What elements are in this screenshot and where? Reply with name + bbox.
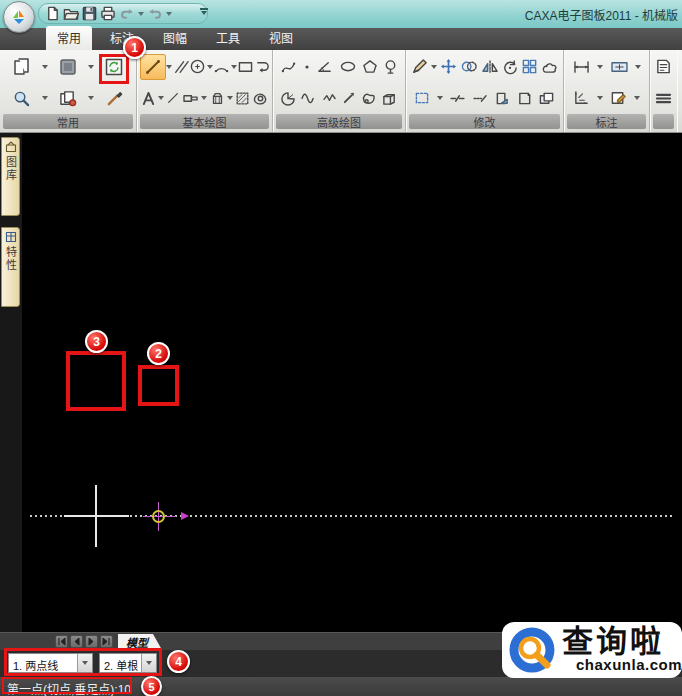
stamp-dropdown-icon[interactable] xyxy=(88,96,94,100)
point-tool-icon[interactable] xyxy=(303,63,311,71)
wave-curve-icon[interactable] xyxy=(300,92,317,104)
undo-dropdown-icon[interactable] xyxy=(138,12,144,16)
annotation-badge-3: 3 xyxy=(85,330,108,353)
zoom-dropdown-icon[interactable] xyxy=(42,96,48,100)
prev-sheet-button[interactable] xyxy=(70,635,83,648)
select-rect-icon[interactable] xyxy=(414,91,430,105)
annotation-box-2 xyxy=(138,365,179,406)
parallel-lines-icon[interactable] xyxy=(173,59,189,75)
application-menu-button[interactable] xyxy=(3,1,35,33)
paste-dropdown-icon[interactable] xyxy=(42,65,48,69)
move-tool-icon[interactable] xyxy=(440,58,457,75)
sidebar-tab-properties-label: 特性 xyxy=(3,246,19,272)
gear-dropdown-icon[interactable] xyxy=(227,96,233,100)
undo-icon[interactable] xyxy=(119,7,135,21)
contour-tool-icon[interactable] xyxy=(361,91,377,105)
rectangle-tool-icon[interactable] xyxy=(237,60,254,74)
print-icon[interactable] xyxy=(100,6,116,21)
coordinate-dim-icon[interactable] xyxy=(573,90,590,106)
circle-dropdown-icon[interactable] xyxy=(207,65,213,69)
direction-arrow-icon xyxy=(181,512,189,520)
annotation-badge-5: 5 xyxy=(141,676,162,696)
line-tool-button[interactable] xyxy=(140,54,166,80)
watermark-name: 查询啦 xyxy=(562,627,682,657)
extend-tool-icon[interactable] xyxy=(472,93,489,104)
last-sheet-button[interactable] xyxy=(100,635,113,648)
chamfer-doc-icon[interactable] xyxy=(517,91,532,106)
arc-dropdown-icon[interactable] xyxy=(231,65,237,69)
open-folder-icon[interactable] xyxy=(63,6,79,21)
copy-block-icon[interactable] xyxy=(58,57,78,77)
erase-dropdown-icon[interactable] xyxy=(431,65,437,69)
dim-edit-icon[interactable] xyxy=(610,90,627,106)
watermark: 查询啦 chaxunla.com xyxy=(502,622,682,678)
ribbon-group-dimension: 标注 xyxy=(564,50,650,132)
erase-pencil-icon[interactable] xyxy=(411,58,428,75)
rotate-tool-icon[interactable] xyxy=(502,59,518,75)
axle-dropdown-icon[interactable] xyxy=(201,96,207,100)
axle-tool-icon[interactable] xyxy=(182,92,199,105)
region-tool-icon[interactable] xyxy=(252,91,268,105)
dim-edit-dropdown-icon[interactable] xyxy=(634,96,640,100)
spline-tool-icon[interactable] xyxy=(280,59,298,75)
arrow-tool-icon[interactable] xyxy=(342,91,356,105)
sector-tool-icon[interactable] xyxy=(280,91,296,106)
linear-dim-icon[interactable] xyxy=(572,60,591,74)
next-sheet-button[interactable] xyxy=(85,635,98,648)
array-tool-icon[interactable] xyxy=(521,58,538,75)
coordinate-dim-dropdown-icon[interactable] xyxy=(597,96,603,100)
line-style-icon[interactable] xyxy=(655,92,672,105)
qat-customize-icon[interactable] xyxy=(200,8,208,15)
line-dropdown-icon[interactable] xyxy=(166,65,172,69)
formula-curve-icon[interactable] xyxy=(322,92,338,104)
ribbon-group-partial xyxy=(650,50,677,132)
chaxunla-logo-icon xyxy=(508,625,558,675)
copy-dropdown-icon[interactable] xyxy=(88,65,94,69)
save-icon[interactable] xyxy=(82,6,97,21)
fillet-doc-icon[interactable] xyxy=(495,91,510,106)
polygon-tool-icon[interactable] xyxy=(362,59,378,74)
polyline-hook-icon[interactable] xyxy=(255,59,270,74)
arc-tool-icon[interactable] xyxy=(213,59,230,74)
angle-line-icon[interactable] xyxy=(316,59,333,74)
tab-shitu[interactable]: 视图 xyxy=(258,26,304,50)
annotation-box-4 xyxy=(4,648,162,676)
copy-object-icon[interactable] xyxy=(460,59,478,74)
mirror-tool-icon[interactable] xyxy=(481,59,499,74)
text-tool-icon[interactable] xyxy=(141,91,156,106)
annotation-badge-2: 2 xyxy=(147,342,170,365)
redo-icon[interactable] xyxy=(147,7,163,21)
tolerance-dim-icon[interactable] xyxy=(610,60,629,74)
trim-tool-icon[interactable] xyxy=(449,93,466,104)
ribbon-tab-bar: 常用 标注 图幅 工具 视图 xyxy=(0,28,682,50)
annotation-box-1 xyxy=(99,54,129,84)
tab-changyong[interactable]: 常用 xyxy=(46,26,92,50)
block-tool-icon[interactable] xyxy=(381,91,398,106)
hatch-tool-icon[interactable] xyxy=(235,91,250,106)
thin-line-icon[interactable] xyxy=(166,91,180,105)
sidebar-tab-properties[interactable]: 特性 xyxy=(1,227,20,307)
drawing-canvas[interactable]: 图库 特性 3 2 xyxy=(0,133,682,632)
stamp-sheets-icon[interactable] xyxy=(59,90,77,107)
first-sheet-button[interactable] xyxy=(55,635,68,648)
linear-dim-dropdown-icon[interactable] xyxy=(597,65,603,69)
gear-tool-icon[interactable] xyxy=(210,91,225,106)
paste-icon[interactable] xyxy=(12,57,32,77)
tab-gongju[interactable]: 工具 xyxy=(205,26,251,50)
sidebar-tab-library[interactable]: 图库 xyxy=(1,137,20,216)
text-dropdown-icon[interactable] xyxy=(158,96,164,100)
tab-tufu[interactable]: 图幅 xyxy=(152,26,198,50)
ellipse-tool-icon[interactable] xyxy=(339,60,357,73)
brush-icon[interactable] xyxy=(106,90,123,107)
tolerance-dim-dropdown-icon[interactable] xyxy=(635,65,641,69)
new-document-icon[interactable] xyxy=(45,6,60,21)
zoom-icon[interactable] xyxy=(13,90,30,107)
balloon-circle-icon[interactable] xyxy=(383,59,398,75)
block-edit-icon[interactable] xyxy=(538,91,555,106)
properties-doc-icon[interactable] xyxy=(655,58,672,75)
scale-tool-icon[interactable] xyxy=(541,59,558,74)
redo-dropdown-icon[interactable] xyxy=(166,12,172,16)
annotation-badge-4: 4 xyxy=(167,650,190,673)
select-dropdown-icon[interactable] xyxy=(437,96,443,100)
circle-tool-icon[interactable] xyxy=(189,58,206,75)
